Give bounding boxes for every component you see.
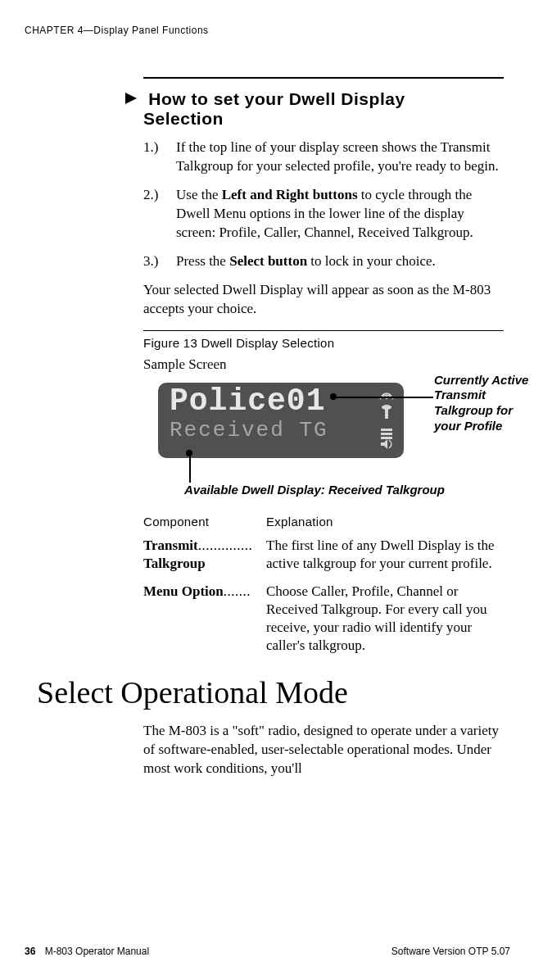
step-number: 3.): [143, 252, 158, 271]
section-title-line2: Selection: [143, 109, 224, 128]
chapter-line: CHAPTER 4—Display Panel Functions: [25, 25, 209, 36]
footer-left: 36 M-803 Operator Manual: [25, 946, 149, 957]
table-cell-component: Transmit.............. Talkgroup: [143, 537, 266, 573]
figure-title: Figure 13 Dwell Display Selection: [143, 330, 504, 350]
callout-line: [333, 397, 433, 398]
step-text-pre: Use the: [176, 187, 222, 202]
component-name: Menu Option: [143, 583, 224, 599]
leader-dots: .......: [224, 583, 251, 599]
table-head-explanation: Explanation: [266, 515, 504, 529]
lcd-line1: Police01: [170, 386, 396, 417]
page-footer: 36 M-803 Operator Manual Software Versio…: [25, 946, 510, 957]
svg-rect-5: [381, 433, 392, 435]
section-divider: [143, 77, 504, 79]
table-cell-explanation: The first line of any Dwell Display is t…: [266, 537, 504, 573]
steps-list: 1.) If the top line of your display scre…: [143, 138, 504, 271]
leader-dots: ..............: [198, 538, 253, 553]
table-row: Menu Option....... Choose Caller, Profil…: [143, 583, 504, 655]
svg-rect-6: [381, 437, 392, 439]
step-text-pre: Press the: [176, 253, 229, 269]
svg-rect-4: [381, 429, 392, 431]
lcd-screen: Police01 Received TG: [158, 383, 404, 458]
svg-marker-0: [125, 93, 137, 104]
sample-screen-label: Sample Screen: [143, 356, 504, 373]
step-number: 1.): [143, 138, 158, 157]
triangle-right-icon: [125, 88, 137, 108]
confirm-paragraph: Your selected Dwell Display will appear …: [143, 281, 504, 319]
lcd-line2: Received TG: [170, 419, 396, 442]
step-bold: Left and Right buttons: [222, 187, 358, 202]
section-heading: Select Operational Mode: [37, 674, 504, 710]
table-row: Transmit.............. Talkgroup The fir…: [143, 537, 504, 573]
step-text: If the top line of your display screen s…: [176, 139, 499, 174]
step-1: 1.) If the top line of your display scre…: [143, 138, 504, 176]
component-table-header: Component Explanation: [143, 515, 504, 529]
table-cell-explanation: Choose Caller, Profile, Channel or Recei…: [266, 583, 504, 655]
callout-line: [189, 453, 191, 483]
table-cell-component: Menu Option.......: [143, 583, 266, 655]
body-paragraph: The M-803 is a "soft" radio, designed to…: [143, 722, 504, 778]
page-number: 36: [25, 946, 35, 957]
step-text-post: to lock in your choice.: [307, 253, 436, 269]
step-number: 2.): [143, 186, 158, 205]
manual-name: M-803 Operator Manual: [45, 946, 149, 957]
section-title-line1: How to set your Dwell Display: [148, 89, 405, 108]
component-name: Transmit: [143, 538, 198, 553]
step-2: 2.) Use the Left and Right buttons to cy…: [143, 186, 504, 243]
lcd-status-icons: [378, 391, 396, 450]
annotation-right: Currently Active Transmit Talkgroup for …: [434, 373, 541, 434]
section-title: How to set your Dwell Display Selection: [143, 88, 504, 129]
figure-wrap: Police01 Received TG: [143, 378, 504, 505]
table-head-component: Component: [143, 515, 266, 529]
step-bold: Select button: [229, 253, 307, 269]
step-3: 3.) Press the Select button to lock in y…: [143, 252, 504, 271]
component-name: Talkgroup: [143, 556, 206, 571]
footer-right: Software Version OTP 5.07: [391, 946, 510, 957]
page-header: CHAPTER 4—Display Panel Functions: [25, 25, 510, 36]
svg-point-3: [382, 405, 391, 410]
annotation-bottom: Available Dwell Display: Received Talkgr…: [184, 483, 445, 497]
